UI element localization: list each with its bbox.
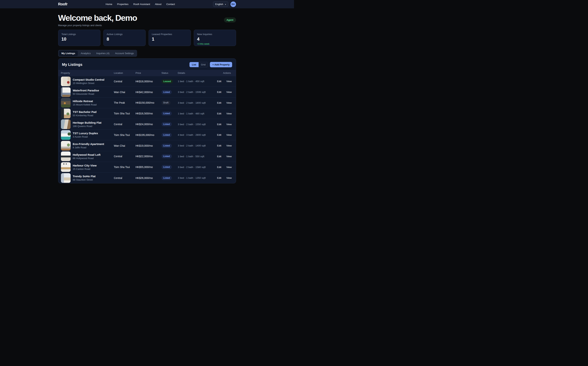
edit-button[interactable]: Edit (217, 133, 221, 136)
table-row[interactable]: Hollywood Road Loft 66 Hollywood Road Ce… (58, 151, 236, 162)
stat-note: +3 this week (197, 43, 233, 45)
view-button[interactable]: View (226, 155, 232, 158)
property-name: Hollywood Road Loft (73, 153, 101, 156)
actions-cell: Edit View (217, 91, 236, 93)
property-details: 4 bed · 3 bath · 2800 sqft (178, 133, 217, 136)
add-property-button[interactable]: + Add Property (210, 62, 232, 67)
property-thumbnail (61, 87, 71, 97)
edit-button[interactable]: Edit (217, 144, 221, 147)
column-header-actions: Actions (217, 72, 236, 74)
listings-panel-title: My Listings (62, 62, 82, 67)
property-location: Central (114, 155, 136, 158)
status-badge: Draft (162, 101, 171, 105)
table-row[interactable]: TST Luxury Duplex 3 Austin Road Tsim Sha… (58, 130, 236, 140)
property-thumbnail (61, 162, 71, 172)
view-button[interactable]: View (226, 91, 232, 93)
table-row[interactable]: Waterfront Paradise 50 Gloucester Road W… (58, 87, 236, 98)
column-header-location: Location (114, 72, 136, 74)
property-details: 1 bed · 1 bath · 450 sqft (178, 80, 217, 83)
role-badge: Agent (224, 17, 236, 23)
status-cell: Listed (162, 144, 178, 148)
edit-button[interactable]: Edit (217, 166, 221, 168)
property-address: 50 Gloucester Road (73, 92, 99, 95)
property-price: HK$26,000/mo (136, 176, 162, 179)
property-location: Central (114, 176, 136, 179)
table-header: Property Location Price Status Details A… (58, 70, 236, 76)
grid-view-button[interactable]: Grid (199, 62, 208, 67)
property-address: 186 Queens Road (73, 125, 102, 128)
property-text: Harbour City View 15 Canton Road (73, 164, 97, 170)
column-header-details: Details (178, 72, 217, 74)
status-badge: Listed (162, 111, 172, 115)
table-row[interactable]: TST Bachelor Pad 50 Kimberley Road Tsim … (58, 108, 236, 119)
column-header-price: Price (136, 72, 162, 74)
tab-analytics[interactable]: Analytics (78, 51, 93, 56)
table-row[interactable]: Hillside Retreat 15 Mount Kellett Road T… (58, 98, 236, 108)
nav-link-about[interactable]: About (155, 3, 161, 6)
property-details: 3 bed · 2 bath · 1506 sqft (178, 91, 217, 93)
table-row[interactable]: Trendy SoHo Flat 88 Staunton Street Cent… (58, 173, 236, 183)
edit-button[interactable]: Edit (217, 91, 221, 93)
edit-button[interactable]: Edit (217, 101, 221, 104)
list-view-button[interactable]: List (190, 62, 199, 67)
view-button[interactable]: View (226, 101, 232, 104)
stat-label: Total Listings (61, 33, 97, 36)
actions-cell: Edit View (217, 133, 236, 136)
property-address: 3 Austin Road (73, 135, 98, 138)
edit-button[interactable]: Edit (217, 80, 221, 83)
status-badge: Leased (162, 79, 173, 84)
view-toggle: List Grid (189, 62, 208, 67)
avatar[interactable]: DA (231, 1, 236, 7)
view-button[interactable]: View (226, 112, 232, 115)
nav-right-controls: English ▾ DA (213, 1, 236, 7)
nav-link-roofr-assistant[interactable]: Roofr Assistant (133, 3, 150, 6)
property-price: HK$22,000/mo (136, 155, 162, 158)
property-name: Trendy SoHo Flat (73, 175, 96, 178)
listings-panel-controls: List Grid + Add Property (189, 62, 232, 67)
actions-cell: Edit View (217, 176, 236, 179)
table-row[interactable]: Heritage Building Flat 186 Queens Road C… (58, 119, 236, 130)
status-cell: Listed (162, 111, 178, 115)
actions-cell: Edit View (217, 101, 236, 104)
property-text: Heritage Building Flat 186 Queens Road (73, 121, 102, 128)
property-location: Wan Chai (114, 91, 136, 94)
table-row[interactable]: Harbour City View 15 Canton Road Tsim Sh… (58, 162, 236, 173)
property-thumbnail (61, 119, 71, 129)
property-price: HK$16,500/mo (136, 112, 162, 115)
stat-label: Leased Properties (152, 33, 187, 36)
table-row[interactable]: Compact Studio Central 15 Wellington Str… (58, 76, 236, 87)
view-button[interactable]: View (226, 123, 232, 126)
brand-logo[interactable]: Roofr (58, 2, 68, 6)
property-text: Eco-Friendly Apartment 8 Jaffe Road (73, 142, 104, 149)
property-details: 3 bed · 2 bath · 1400 sqft (178, 144, 217, 147)
property-cell: Hollywood Road Loft 66 Hollywood Road (58, 152, 114, 161)
edit-button[interactable]: Edit (217, 123, 221, 126)
language-select[interactable]: English ▾ (213, 1, 228, 7)
top-nav-inner: Roofr Home Properties Roofr Assistant Ab… (58, 1, 236, 7)
tab-account-settings[interactable]: Account Settings (112, 51, 136, 56)
view-button[interactable]: View (226, 166, 232, 168)
table-row[interactable]: Eco-Friendly Apartment 8 Jaffe Road Wan … (58, 140, 236, 151)
view-button[interactable]: View (226, 176, 232, 179)
status-cell: Draft (162, 101, 178, 105)
view-button[interactable]: View (226, 144, 232, 147)
status-cell: Listed (162, 122, 178, 126)
nav-link-properties[interactable]: Properties (117, 3, 129, 6)
listings-panel-header: My Listings List Grid + Add Property (58, 59, 236, 70)
tab-inquiries[interactable]: Inquiries (4) (94, 51, 112, 56)
view-button[interactable]: View (226, 133, 232, 136)
tab-my-listings[interactable]: My Listings (59, 51, 78, 56)
property-thumbnail (61, 76, 71, 86)
edit-button[interactable]: Edit (217, 176, 221, 179)
edit-button[interactable]: Edit (217, 155, 221, 158)
view-button[interactable]: View (226, 80, 232, 83)
property-thumbnail (61, 152, 71, 161)
table-body: Compact Studio Central 15 Wellington Str… (58, 76, 236, 183)
nav-link-home[interactable]: Home (106, 3, 112, 6)
nav-link-contact[interactable]: Contact (166, 3, 175, 6)
edit-button[interactable]: Edit (217, 112, 221, 115)
status-badge: Listed (162, 165, 172, 169)
property-thumbnail (61, 98, 71, 107)
property-location: Tsim Sha Tsui (114, 133, 136, 137)
status-cell: Listed (162, 165, 178, 169)
